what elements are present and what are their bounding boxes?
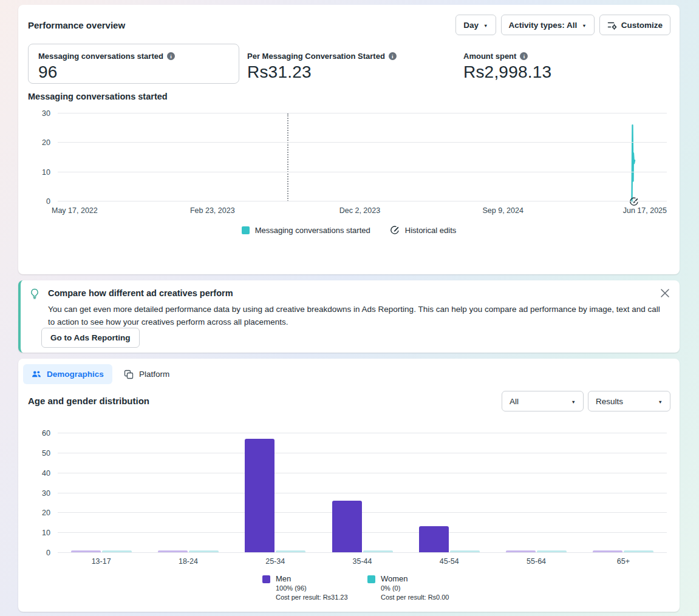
bar-men xyxy=(593,550,622,552)
demographics-card: Demographics Platform Age and gender dis… xyxy=(18,359,680,612)
metric-card-amount-spent[interactable]: Amount spent Rs2,998.13 xyxy=(463,52,551,82)
bar-men xyxy=(332,501,362,552)
legend-label: Messaging conversations started xyxy=(255,226,370,235)
people-icon xyxy=(32,370,41,379)
tip-title: Compare how different ad creatives perfo… xyxy=(48,288,233,298)
historical-edit-marker[interactable] xyxy=(629,197,639,206)
metric-label: Per Messaging Conversation Started xyxy=(247,52,397,61)
day-dropdown-label: Day xyxy=(463,21,479,30)
gridline xyxy=(58,453,667,453)
x-tick-label: Dec 2, 2023 xyxy=(339,206,380,215)
chart-controls: Day Activity types: All Customize xyxy=(455,15,670,35)
metric-label-text: Per Messaging Conversation Started xyxy=(247,52,385,61)
bar-women xyxy=(624,550,653,552)
legend-men-cost: Cost per result: Rs31.23 xyxy=(276,593,348,602)
tip-body: You can get even more detailed performan… xyxy=(48,303,660,328)
info-icon[interactable] xyxy=(389,52,397,60)
legend-swatch-men xyxy=(262,575,270,583)
bar-women xyxy=(102,550,132,552)
platform-layers-icon xyxy=(124,370,134,379)
bar-women xyxy=(189,550,219,552)
x-tick-label: May 17, 2022 xyxy=(52,206,98,215)
conversations-series-line xyxy=(58,113,667,201)
chevron-down-icon xyxy=(653,397,663,406)
age-gender-title: Age and gender distribution xyxy=(28,396,149,406)
gridline xyxy=(58,433,667,433)
bar-men xyxy=(158,550,188,552)
legend-swatch-women xyxy=(367,575,375,583)
line-chart-legend: Messaging conversations started Historic… xyxy=(18,225,680,235)
y-tick-label: 20 xyxy=(25,138,50,147)
metric-value: Rs31.23 xyxy=(247,63,397,82)
x-tick-label: Jun 17, 2025 xyxy=(623,206,667,215)
day-dropdown[interactable]: Day xyxy=(455,15,496,35)
metric-card-messaging-conversations-started[interactable]: Messaging conversations started 96 xyxy=(28,44,239,84)
x-tick-label: 45-54 xyxy=(440,557,459,566)
legend-women-cost: Cost per result: Rs0.00 xyxy=(381,593,449,602)
y-tick-label: 0 xyxy=(25,548,50,558)
bar-women xyxy=(363,550,393,552)
legend-swatch-teal xyxy=(242,226,250,234)
metric-value: 96 xyxy=(38,63,229,82)
legend-women: Women 0% (0) Cost per result: Rs0.00 xyxy=(367,574,449,602)
legend-label: Historical edits xyxy=(405,226,457,235)
x-tick-label: Feb 23, 2023 xyxy=(190,206,235,215)
legend-item-conversations: Messaging conversations started xyxy=(242,226,370,235)
tab-demographics[interactable]: Demographics xyxy=(23,364,112,384)
gridline xyxy=(58,532,667,533)
info-icon[interactable] xyxy=(167,52,175,60)
y-tick-label: 10 xyxy=(25,168,50,177)
tab-platform[interactable]: Platform xyxy=(115,364,178,384)
info-icon[interactable] xyxy=(520,52,528,60)
y-tick-label: 40 xyxy=(25,469,50,478)
metric-card-per-conversation-cost[interactable]: Per Messaging Conversation Started Rs31.… xyxy=(247,52,397,82)
close-icon[interactable] xyxy=(661,289,669,297)
activity-types-label: Activity types: All xyxy=(509,21,578,30)
gridline xyxy=(58,113,667,113)
bar-women xyxy=(276,550,305,552)
metric-label: Amount spent xyxy=(463,52,551,61)
activity-types-dropdown[interactable]: Activity types: All xyxy=(501,15,595,35)
x-tick-label: 35-44 xyxy=(353,557,372,566)
y-tick-label: 10 xyxy=(25,528,50,538)
bar-men xyxy=(419,526,449,552)
breakdown-dropdown-value: All xyxy=(510,397,519,406)
go-to-ads-reporting-button[interactable]: Go to Ads Reporting xyxy=(41,328,140,348)
customize-label: Customize xyxy=(621,21,663,30)
historical-edits-icon xyxy=(390,225,400,235)
metric-label-text: Amount spent xyxy=(463,52,516,61)
gridline xyxy=(58,201,667,201)
legend-men-share: 100% (96) xyxy=(276,584,348,593)
bar-men xyxy=(506,550,536,552)
legend-women-name: Women xyxy=(381,574,449,584)
lightbulb-icon xyxy=(29,288,40,299)
metric-label: Messaging conversations started xyxy=(38,52,229,61)
chevron-down-icon xyxy=(567,397,576,406)
tab-demographics-label: Demographics xyxy=(47,370,104,379)
breakdown-dropdown[interactable]: All xyxy=(502,391,584,411)
ads-manager-performance-page: Performance overview Day Activity types:… xyxy=(0,0,699,616)
x-tick-label: 65+ xyxy=(617,557,630,566)
results-dropdown-value: Results xyxy=(596,397,623,406)
age-gender-plot: 010203040506013-1718-2425-3435-4445-5455… xyxy=(58,433,667,553)
messaging-line-plot: 0102030May 17, 2022Feb 23, 2023Dec 2, 20… xyxy=(58,113,667,201)
x-tick-label: 18-24 xyxy=(179,557,198,566)
results-dropdown[interactable]: Results xyxy=(588,391,670,411)
bar-men xyxy=(71,550,101,552)
x-tick-label: Sep 9, 2024 xyxy=(482,206,523,215)
y-tick-label: 0 xyxy=(25,197,50,206)
x-tick-label: 13-17 xyxy=(92,557,111,566)
gridline xyxy=(58,142,667,143)
gridline xyxy=(58,172,667,172)
legend-women-share: 0% (0) xyxy=(381,584,449,593)
legend-item-historical-edits: Historical edits xyxy=(390,225,457,235)
y-tick-label: 30 xyxy=(25,109,50,118)
historical-edit-pencil-icon xyxy=(629,197,639,206)
tip-card: Compare how different ad creatives perfo… xyxy=(18,280,680,353)
line-chart-title: Messaging conversations started xyxy=(28,92,168,101)
customize-settings-icon xyxy=(607,20,617,30)
performance-overview-title: Performance overview xyxy=(28,20,125,30)
chevron-down-icon xyxy=(479,21,488,30)
metric-value: Rs2,998.13 xyxy=(463,63,551,82)
customize-button[interactable]: Customize xyxy=(599,15,670,35)
